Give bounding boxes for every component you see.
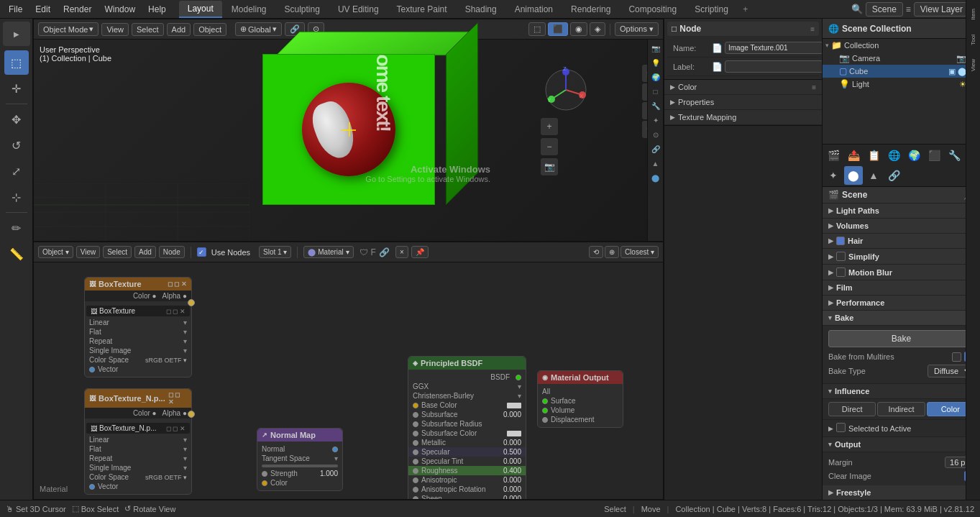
bake-from-multires-checkbox[interactable] [952, 352, 961, 362]
menu-render[interactable]: Render [58, 3, 97, 16]
prop-tab-scene[interactable]: 🌐 [884, 146, 903, 165]
vp-particles-icon[interactable]: ✦ [650, 114, 661, 126]
tab-uv-editing[interactable]: UV Editing [329, 1, 388, 17]
tree-item-camera[interactable]: 📷 Camera 📷 👁 [823, 52, 980, 65]
options-button[interactable]: Options ▾ [615, 22, 659, 36]
tool-select-box[interactable]: ⬚ [4, 50, 29, 75]
viewport-shading-solid[interactable]: ⬛ [548, 22, 568, 36]
prop-tab-object[interactable]: ⬛ [925, 146, 943, 165]
light-paths-section[interactable]: ▶ Light Paths ≡ [823, 203, 980, 219]
camera-view-icon[interactable]: 📷 [541, 158, 558, 175]
scene-name[interactable]: Scene [866, 2, 903, 17]
viewport-mode-select[interactable]: Object Mode ▾ [38, 22, 99, 36]
ne-closest[interactable]: Closest ▾ [620, 246, 659, 258]
performance-section[interactable]: ▶ Performance [823, 296, 980, 311]
tool-transform[interactable]: ⊹ [4, 185, 29, 209]
vp-cam-icon[interactable]: 📷 [650, 42, 661, 54]
tab-texture-paint[interactable]: Texture Paint [388, 1, 456, 17]
film-section[interactable]: ▶ Film [823, 280, 980, 296]
node-name-input[interactable] [725, 42, 823, 54]
node-box-texture-1[interactable]: 🖼 BoxTexture ◻ ◻ ✕ Color ● Alpha ● 🖼 Box… [84, 277, 192, 378]
tool-tab[interactable]: Tool [970, 29, 976, 51]
vp-material-icon[interactable]: ⬤ [650, 172, 661, 183]
prop-tab-render[interactable]: 🎬 [824, 146, 843, 165]
tool-measure[interactable]: 📏 [4, 242, 29, 266]
motion-blur-checkbox[interactable] [836, 267, 846, 277]
viewport-add-menu[interactable]: Add [167, 23, 191, 36]
prop-tab-constraints[interactable]: 🔗 [884, 166, 903, 185]
ne-slot-select[interactable]: Slot 1 ▾ [259, 246, 291, 258]
tab-sculpting[interactable]: Sculpting [276, 1, 329, 17]
node-section-options-icon[interactable]: ≡ [810, 25, 815, 33]
prop-tab-particles[interactable]: ✦ [824, 166, 843, 185]
tab-shading[interactable]: Shading [457, 1, 505, 17]
node-editor[interactable]: Object ▾ View Select Add Node ✓ Use Node… [33, 242, 664, 500]
tab-scripting[interactable]: Scripting [686, 1, 737, 17]
zoom-in-icon[interactable]: + [541, 118, 558, 135]
selected-to-active-checkbox[interactable] [836, 423, 846, 434]
zoom-out-icon[interactable]: − [541, 138, 558, 155]
viewport-object-menu[interactable]: Object [193, 23, 226, 36]
menu-window[interactable]: Window [99, 3, 141, 16]
vp-lamp-icon[interactable]: 💡 [650, 57, 661, 68]
color-section-header[interactable]: ▶ Color ≡ [664, 80, 822, 94]
tool-rotate[interactable]: ↺ [4, 133, 29, 157]
vp-world-icon[interactable]: 🌍 [650, 71, 661, 83]
item-tab[interactable]: Item [970, 3, 976, 26]
transform-global[interactable]: ⊕ Global ▾ [235, 22, 282, 36]
volumes-section[interactable]: ▶ Volumes [823, 219, 980, 234]
tree-item-light[interactable]: 💡 Light ☀ 👁 [823, 78, 980, 91]
simplify-section[interactable]: ▶ Simplify [823, 249, 980, 265]
properties-section-header[interactable]: ▶ Properties [664, 95, 822, 109]
tool-move[interactable]: ✥ [4, 107, 29, 132]
mode-select[interactable]: ▶ [3, 22, 30, 46]
nm-strength-slider[interactable] [262, 465, 338, 467]
color-output-socket-2[interactable] [188, 411, 195, 418]
prop-tab-output[interactable]: 📤 [844, 146, 863, 165]
prop-tab-world[interactable]: 🌍 [905, 146, 923, 165]
menu-help[interactable]: Help [142, 3, 172, 16]
influence-direct-btn[interactable]: Direct [828, 402, 876, 416]
ne-node-menu[interactable]: Node [159, 246, 185, 258]
vp-data-icon[interactable]: ▲ [650, 157, 661, 169]
freestyle-section[interactable]: ▶ Freestyle [823, 485, 980, 500]
node-material-output[interactable]: ◉ Material Output All Surface [537, 370, 623, 428]
tab-animation[interactable]: Animation [506, 1, 562, 17]
vp-physics-icon[interactable]: ⊙ [650, 129, 661, 140]
view-layer-name[interactable]: View Layer [914, 2, 969, 17]
influence-indirect-btn[interactable]: Indirect [877, 402, 925, 416]
viewport-shading-wire[interactable]: ⬚ [528, 22, 546, 36]
motion-blur-section[interactable]: ▶ Motion Blur [823, 265, 980, 280]
hair-checkbox[interactable] [836, 237, 845, 245]
color-output-socket[interactable] [188, 299, 195, 306]
texture-mapping-header[interactable]: ▶ Texture Mapping [664, 110, 822, 124]
ne-select-menu[interactable]: Select [103, 246, 132, 258]
node-normal-map[interactable]: ↗ Normal Map Normal Tangent Space▾ Stren… [257, 428, 343, 491]
orientation-gizmo[interactable]: X Y Z [541, 65, 591, 115]
tool-scale[interactable]: ⤢ [4, 159, 29, 183]
node-label-input[interactable] [725, 60, 823, 73]
viewport-select-menu[interactable]: Select [132, 23, 164, 36]
tab-rendering[interactable]: Rendering [562, 1, 619, 17]
tree-item-cube[interactable]: ▢ Cube ▣ ⬤ 👁 [823, 65, 980, 78]
viewport-shading-material[interactable]: ◉ [570, 22, 587, 36]
ne-view-fit[interactable]: ⟲ [589, 246, 603, 258]
ne-zoom-in[interactable]: ⊕ [605, 246, 619, 258]
add-workspace-button[interactable]: + [738, 1, 754, 17]
node-principled-bsdf[interactable]: ◈ Principled BSDF BSDF GGX▾ Christensen-… [408, 356, 526, 500]
viewport-shading-rendered[interactable]: ◈ [590, 22, 605, 36]
tool-cursor[interactable]: ✛ [4, 76, 29, 101]
view-tab[interactable]: View [970, 53, 976, 77]
hair-section[interactable]: ▶ Hair [823, 234, 980, 249]
prop-tab-modifier[interactable]: 🔧 [945, 146, 963, 165]
bake-button[interactable]: Bake [828, 330, 974, 347]
ne-view-menu[interactable]: View [76, 246, 101, 258]
ne-material-select[interactable]: ⬤ Material ▾ [303, 246, 353, 258]
bake-section[interactable]: ▾ Bake [823, 311, 980, 326]
menu-edit[interactable]: Edit [29, 3, 56, 16]
tool-annotate[interactable]: ✏ [4, 216, 29, 240]
node-box-texture-2[interactable]: 🖼 BoxTexture_N.p... ◻ ◻ ✕ Color ● Alpha … [84, 388, 192, 495]
node-canvas[interactable]: 🖼 BoxTexture ◻ ◻ ✕ Color ● Alpha ● 🖼 Box… [34, 262, 663, 499]
prop-tab-material[interactable]: ⬤ [844, 166, 863, 185]
3d-scene[interactable]: User Perspective (1) Collection | Cube [34, 40, 663, 241]
